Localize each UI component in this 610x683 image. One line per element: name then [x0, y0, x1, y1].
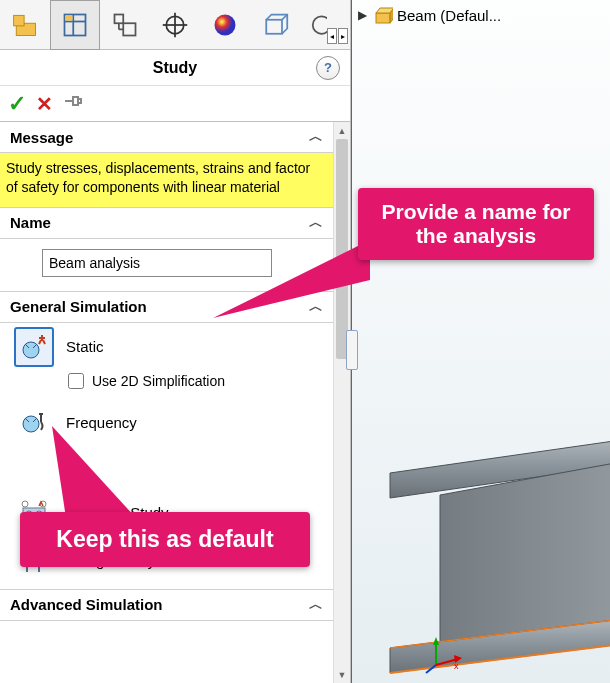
svg-rect-5: [65, 15, 72, 20]
appearance-icon: [211, 11, 239, 39]
panel-tab-toolbar: ◂ ▸: [0, 0, 350, 50]
panel-title: Study: [153, 59, 197, 77]
scroll-down-arrow[interactable]: ▼: [334, 666, 350, 683]
tab-feature-manager[interactable]: [0, 0, 50, 50]
flyout-tree-root[interactable]: ▶ Beam (Defaul...: [352, 0, 610, 30]
section-message-title: Message: [10, 129, 73, 146]
svg-line-42: [426, 665, 436, 673]
help-button[interactable]: ?: [316, 56, 340, 80]
panel-action-row: ✓ ✕: [0, 86, 350, 122]
section-name-title: Name: [10, 214, 51, 231]
annotation-name-hint-tail: [205, 240, 375, 330]
sim-option-static-label: Static: [66, 338, 104, 355]
tab-configuration[interactable]: [100, 0, 150, 50]
origin-triad-icon: x: [424, 635, 464, 675]
scroll-up-arrow[interactable]: ▲: [334, 122, 350, 139]
expand-arrow-icon[interactable]: ▶: [358, 8, 367, 22]
section-message-body: Study stresses, displacements, strains a…: [0, 153, 333, 208]
svg-marker-39: [433, 637, 439, 645]
chevron-up-icon[interactable]: ︿: [309, 128, 323, 146]
tab-property-manager[interactable]: [50, 0, 100, 50]
cancel-button[interactable]: ✕: [36, 92, 53, 116]
svg-text:x: x: [454, 661, 459, 671]
panel-splitter-grip[interactable]: [346, 330, 358, 370]
panel-scroll-body: Message ︿ Study stresses, displacements,…: [0, 122, 350, 683]
section-message-header[interactable]: Message ︿: [0, 122, 333, 153]
beam-model: [350, 423, 610, 683]
property-icon: [61, 11, 89, 39]
section-advanced-sim-header[interactable]: Advanced Simulation ︿: [0, 590, 333, 621]
annotation-default-hint: Keep this as default: [20, 512, 310, 567]
svg-rect-29: [376, 13, 390, 23]
tab-display[interactable]: [200, 0, 250, 50]
svg-rect-1: [14, 15, 25, 26]
target-icon: [161, 11, 189, 39]
svg-point-13: [215, 14, 236, 35]
panel-scrollbar[interactable]: ▲ ▼: [333, 122, 350, 683]
svg-rect-6: [115, 14, 124, 23]
use-2d-row: Use 2D Simplification: [0, 371, 333, 399]
partial-icon: [309, 11, 327, 39]
ok-button[interactable]: ✓: [8, 91, 26, 117]
section-advanced-sim-title: Advanced Simulation: [10, 596, 163, 613]
annotation-default-hint-tail: [46, 420, 166, 520]
annotation-default-hint-text: Keep this as default: [56, 526, 273, 552]
annotation-name-hint: Provide a name for the analysis: [358, 188, 594, 260]
svg-marker-44: [213, 240, 370, 318]
box-wire-icon: [261, 11, 289, 39]
annotation-name-hint-text: Provide a name for the analysis: [381, 200, 570, 247]
toolbar-scroll: ◂ ▸: [327, 28, 348, 44]
svg-marker-45: [52, 426, 136, 518]
part-icon: [371, 4, 393, 26]
use-2d-label: Use 2D Simplification: [92, 373, 225, 389]
frequency-icon: [19, 408, 49, 438]
section-name-header[interactable]: Name ︿: [0, 208, 333, 239]
tab-dimxpert[interactable]: [150, 0, 200, 50]
chevron-up-icon[interactable]: ︿: [309, 214, 323, 232]
svg-rect-14: [266, 19, 282, 33]
assembly-icon: [11, 11, 39, 39]
toolbar-scroll-left[interactable]: ◂: [327, 28, 337, 44]
static-icon: [19, 332, 49, 362]
panel-title-row: Study ?: [0, 50, 350, 86]
pin-button[interactable]: [63, 93, 83, 114]
tab-extra-1[interactable]: [250, 0, 300, 50]
config-icon: [111, 11, 139, 39]
flyout-tree-root-label: Beam (Defaul...: [397, 7, 501, 24]
svg-point-22: [22, 501, 28, 507]
svg-point-16: [313, 16, 327, 34]
chevron-up-icon[interactable]: ︿: [309, 596, 323, 614]
property-panel: ◂ ▸ Study ? ✓ ✕ Message ︿ S: [0, 0, 351, 683]
toolbar-scroll-right[interactable]: ▸: [338, 28, 348, 44]
use-2d-checkbox[interactable]: [68, 373, 84, 389]
svg-rect-7: [123, 23, 135, 35]
graphics-area[interactable]: ▶ Beam (Defaul...: [351, 0, 610, 683]
pushpin-icon: [63, 93, 83, 109]
section-general-sim-title: General Simulation: [10, 298, 147, 315]
static-icon-box: [14, 327, 54, 367]
